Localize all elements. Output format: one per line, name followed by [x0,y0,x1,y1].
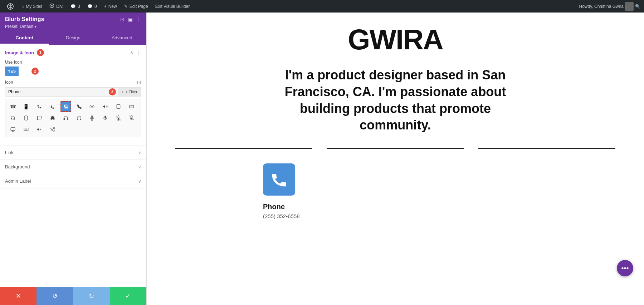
icon-cell-tablet[interactable] [113,101,124,112]
more-options-icon[interactable]: ⋮ [136,16,141,22]
response-menu[interactable]: 💬 0 [84,0,100,13]
admin-bar: ⌂ My Sites Divi 💬 3 💬 0 + New ✎ Edit Pag… [0,0,644,13]
toggle-yes-label: YES [5,67,19,76]
icon-cell-mic-off-2[interactable] [126,113,137,123]
edit-page-menu[interactable]: ✎ Edit Page [121,0,151,13]
icon-cell-keyboard-2[interactable] [21,124,31,135]
background-section[interactable]: Background ∨ [0,160,146,174]
icon-expand-button[interactable]: ⊡ [137,79,141,85]
panel-title-icons: ⊡ ▣ ⋮ [120,16,141,22]
blurb-icon[interactable] [263,163,295,196]
plus-icon: + [104,4,107,9]
use-icon-field: Use Icon YES 2 [5,60,141,76]
svg-point-17 [80,119,80,119]
use-icon-toggle[interactable]: YES [5,67,28,76]
dots-icon: ••• [621,264,629,272]
new-menu[interactable]: + New [101,0,120,13]
admin-label-section-title: Admin Label [5,178,31,184]
panel-title: Blurb Settings [5,16,44,23]
icon-cell-mic-2[interactable] [100,113,111,123]
icon-grid: ☎ 📱 [5,99,141,137]
preset-selector[interactable]: Preset: Default [5,24,141,29]
settings-panel: Blurb Settings ⊡ ▣ ⋮ Preset: Default Con… [0,13,147,305]
icon-cell-keyboard[interactable] [126,101,137,112]
tab-bar: Content Design Advanced [0,32,146,45]
exit-visual-builder-button[interactable]: Exit Visual Builder [152,0,193,13]
avatar[interactable] [625,2,634,11]
blurb-section: Phone (255) 352-6558 [234,156,556,226]
hero-section: I'm a product designer based in San Fran… [234,60,556,141]
section-more-icon[interactable]: ⋮ [136,50,141,55]
filter-icon: + [122,90,124,94]
undo-button[interactable]: ↺ [36,287,73,305]
tab-advanced[interactable]: Advanced [98,32,146,45]
svg-point-2 [51,5,53,6]
link-section-title: Link [5,150,14,155]
divi-icon [49,3,54,9]
toggle-thumb [19,67,28,76]
icon-cell-phone-incoming[interactable] [47,124,58,135]
use-icon-label: Use Icon [5,60,141,65]
link-section[interactable]: Link ∨ [0,146,146,160]
icon-cell-phone-slash[interactable] [47,101,58,112]
panel-content: Image & Icon 1 ∧ ⋮ Use Icon YES [0,45,146,287]
svg-point-16 [77,119,78,119]
my-sites-menu[interactable]: ⌂ My Sites [19,0,45,13]
divi-menu[interactable]: Divi [47,0,66,13]
background-section-title: Background [5,164,30,169]
svg-rect-9 [117,104,120,109]
dividers-row [147,141,644,156]
home-icon: ⌂ [21,4,24,9]
icon-cell-volume[interactable] [100,101,111,112]
main-layout: Blurb Settings ⊡ ▣ ⋮ Preset: Default Con… [0,13,644,305]
icon-cell-phone-handset[interactable]: ☎ [8,101,18,112]
fullscreen-icon[interactable]: ⊡ [120,16,125,22]
icon-cell-monitor[interactable] [8,124,18,135]
site-header: GWIRA [147,13,644,60]
icon-search-input[interactable] [5,88,107,96]
icon-cell-mic[interactable] [87,113,97,123]
icon-cell-voicemail[interactable] [87,101,97,112]
icon-cell-headphones-2[interactable] [60,113,71,123]
icon-search-row: 3 + + Filter [5,87,141,97]
collapse-icon[interactable]: ∧ [130,50,133,55]
icon-cell-mic-off[interactable] [113,113,124,123]
icon-cell-smartphone[interactable] [21,113,31,123]
divider-1 [175,148,312,149]
floating-dots-button[interactable]: ••• [617,260,633,276]
svg-point-6 [93,106,94,107]
filter-button[interactable]: + + Filter [118,88,141,96]
icon-cell-phone-off[interactable] [74,101,84,112]
icon-cell-headphones-alt[interactable] [8,113,18,123]
svg-rect-11 [130,105,134,108]
icon-field-label: Icon [5,80,13,85]
search-icon[interactable]: 🔍 [635,4,640,9]
save-button[interactable]: ✓ [110,287,146,305]
icon-field: Icon ⊡ 3 + + Filter [5,79,141,137]
icon-cell-handset-old[interactable] [34,101,45,112]
icon-cell-phone-square[interactable] [60,101,71,112]
tab-design[interactable]: Design [49,32,97,45]
svg-rect-27 [24,128,28,131]
cancel-button[interactable]: ✕ [0,287,36,305]
svg-rect-15 [64,118,64,120]
icon-cell-message-square[interactable] [34,113,45,123]
admin-label-section[interactable]: Admin Label ∨ [0,174,146,188]
admin-label-collapse-icon: ∨ [138,179,141,184]
icon-cell-speaker[interactable] [34,124,45,135]
redo-button[interactable]: ↻ [73,287,110,305]
tab-content[interactable]: Content [0,32,49,45]
icon-cell-headphones[interactable] [47,113,58,123]
site-logo: GWIRA [348,23,443,56]
icon-cell-mobile[interactable]: 📱 [21,101,31,112]
wp-logo-icon[interactable] [4,3,17,10]
svg-rect-14 [67,118,68,120]
svg-rect-24 [11,128,15,131]
step-badge-3: 3 [109,88,116,95]
image-icon-title: Image & Icon 1 [5,49,44,56]
comments-menu[interactable]: 💬 3 [68,0,83,13]
grid-icon[interactable]: ▣ [128,16,133,22]
divider-3 [478,148,615,149]
svg-point-5 [90,106,92,107]
icon-cell-headphones-3[interactable] [74,113,84,123]
